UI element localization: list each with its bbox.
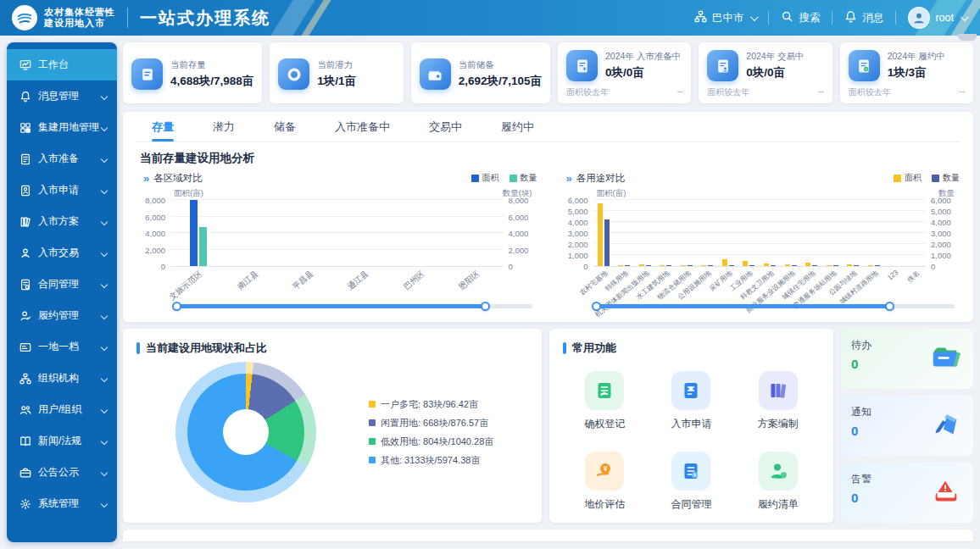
bar-面积[interactable] xyxy=(743,261,748,266)
chevron-down-icon xyxy=(101,280,108,287)
donut-legend-item-闲置用地[interactable]: 闲置用地: 668块/876.57亩 xyxy=(369,417,493,430)
function-地价评估[interactable]: ¥ 地价评估 xyxy=(561,452,648,512)
sidebar-item-入市准备[interactable]: 入市准备 xyxy=(7,143,117,175)
side-card-告警[interactable]: 告警 0 xyxy=(841,463,973,523)
bar-数量[interactable] xyxy=(854,265,859,266)
donut-legend-item-低效用地[interactable]: 低效用地: 804块/1040.28亩 xyxy=(369,435,493,448)
search-button[interactable]: 搜索 xyxy=(781,10,820,25)
sidebar-item-入市申请[interactable]: 入市申请 xyxy=(7,175,117,206)
function-方案编制[interactable]: 方案编制 xyxy=(735,371,821,431)
bar-面积[interactable] xyxy=(827,265,832,266)
tab-储备[interactable]: 储备 xyxy=(274,112,296,141)
function-履约清单[interactable]: 履约清单 xyxy=(735,452,821,512)
bar-面积[interactable] xyxy=(722,259,727,266)
sidebar-item-系统管理[interactable]: 系统管理 xyxy=(7,488,117,519)
avatar xyxy=(908,7,930,29)
x-axis-label: 文旅示范区 xyxy=(167,269,205,302)
bar-面积[interactable] xyxy=(868,265,873,266)
sidebar-item-label: 入市准备 xyxy=(38,152,102,166)
bar-面积[interactable] xyxy=(618,265,623,266)
bar-数量[interactable] xyxy=(604,219,610,266)
sidebar-item-新闻/法规[interactable]: 新闻/法规 xyxy=(7,425,117,457)
tab-潜力[interactable]: 潜力 xyxy=(213,112,235,141)
legend-item-面积[interactable]: 面积 xyxy=(894,172,922,184)
sidebar-item-组织机构[interactable]: 组织机构 xyxy=(7,363,117,394)
bar-数量[interactable] xyxy=(875,265,880,266)
bar-面积[interactable] xyxy=(681,265,686,266)
datazoom-handle-right[interactable] xyxy=(481,302,490,311)
tab-履约中[interactable]: 履约中 xyxy=(501,112,534,141)
x-axis-label: 农村宅基地 xyxy=(577,269,610,297)
sidebar-item-label: 新闻/法规 xyxy=(38,434,102,448)
bar-数量[interactable] xyxy=(708,265,713,266)
bar-数量[interactable] xyxy=(771,265,776,266)
sidebar-item-合同管理[interactable]: 合同管理 xyxy=(7,269,117,300)
datazoom-track[interactable] xyxy=(597,304,955,308)
datazoom-slider[interactable] xyxy=(174,301,532,311)
bar-面积[interactable] xyxy=(764,263,769,266)
x-axis-label: 平昌县 xyxy=(291,269,316,292)
bar-面积[interactable] xyxy=(785,264,790,266)
donut-ring xyxy=(187,374,304,491)
datazoom-range[interactable] xyxy=(177,304,485,308)
function-label: 方案编制 xyxy=(758,417,799,431)
side-card-通知[interactable]: 通知 0 xyxy=(841,396,973,456)
bar-数量[interactable] xyxy=(625,265,630,266)
function-合同管理[interactable]: 合同管理 xyxy=(648,452,734,512)
side-card-待办[interactable]: 待办 0 xyxy=(841,329,973,389)
bar-面积[interactable] xyxy=(639,264,644,266)
statBook-icon xyxy=(131,58,163,90)
bar-面积[interactable] xyxy=(598,203,603,266)
tab-入市准备中[interactable]: 入市准备中 xyxy=(335,112,390,141)
sidebar-item-公告公示[interactable]: 公告公示 xyxy=(7,457,117,488)
side-panel: 待办 0 通知 0 告警 0 xyxy=(841,329,973,523)
bar-面积[interactable] xyxy=(805,263,810,266)
function-确权登记[interactable]: 确权登记 xyxy=(561,371,648,431)
function-入市申请[interactable]: 入市申请 xyxy=(648,371,734,431)
bar-数量[interactable] xyxy=(812,265,817,266)
bar-数量[interactable] xyxy=(749,265,754,266)
bar-数量[interactable] xyxy=(688,265,693,266)
city-selector[interactable]: 巴中市 xyxy=(694,10,757,25)
sidebar-item-集建用地管理[interactable]: 集建用地管理 xyxy=(7,112,117,143)
sidebar-item-履约管理[interactable]: 履约管理 xyxy=(7,300,117,331)
collapse-handle[interactable] xyxy=(958,34,977,41)
tab-存量[interactable]: 存量 xyxy=(152,112,174,141)
legend-item-数量[interactable]: 数量 xyxy=(932,172,960,184)
donut-legend-item-其他[interactable]: 其他: 3133块/5974.38亩 xyxy=(369,454,493,467)
donut-hole xyxy=(223,409,269,455)
bar-数量[interactable] xyxy=(646,265,651,266)
legend-item-数量[interactable]: 数量 xyxy=(509,172,537,184)
bar-面积[interactable] xyxy=(701,265,706,266)
system-title: 一站式办理系统 xyxy=(140,7,270,30)
datazoom-handle-left[interactable] xyxy=(592,302,601,311)
bar-数量[interactable] xyxy=(792,265,797,266)
bar-面积[interactable] xyxy=(190,200,198,266)
stat-title: 2024年 入市准备中 xyxy=(605,51,681,63)
sidebar-item-一地一档[interactable]: 一地一档 xyxy=(7,331,117,363)
stat-footer-value: -- xyxy=(677,86,683,98)
bar-面积[interactable] xyxy=(660,265,665,266)
statDocDown-icon xyxy=(566,50,598,81)
bar-数量[interactable] xyxy=(199,227,207,266)
donut-legend-item-一户多宅[interactable]: 一户多宅: 83块/96.42亩 xyxy=(369,398,493,411)
sidebar-item-用户/组织[interactable]: 用户/组织 xyxy=(7,394,117,425)
bar-数量[interactable] xyxy=(729,265,734,266)
legend-item-面积[interactable]: 面积 xyxy=(471,172,499,184)
datazoom-range[interactable] xyxy=(597,304,890,308)
bar-数量[interactable] xyxy=(833,265,838,266)
analysis-tabbar: 存量潜力储备入市准备中交易中履约中 xyxy=(136,112,960,142)
datazoom-track[interactable] xyxy=(174,304,532,308)
datazoom-handle-left[interactable] xyxy=(172,302,181,311)
tab-交易中[interactable]: 交易中 xyxy=(429,112,462,141)
sidebar-item-入市交易[interactable]: 入市交易 xyxy=(7,237,117,269)
sidebar-item-消息管理[interactable]: 消息管理 xyxy=(7,80,117,112)
sidebar-item-工作台[interactable]: 工作台 xyxy=(7,49,117,80)
datazoom-handle-right[interactable] xyxy=(885,302,894,311)
sidebar-item-入市方案[interactable]: 入市方案 xyxy=(7,206,117,237)
bar-面积[interactable] xyxy=(847,264,852,266)
bar-数量[interactable] xyxy=(666,265,671,266)
datazoom-slider[interactable] xyxy=(597,301,955,311)
messages-button[interactable]: 消息 xyxy=(844,10,883,25)
user-menu[interactable]: root xyxy=(908,7,966,29)
